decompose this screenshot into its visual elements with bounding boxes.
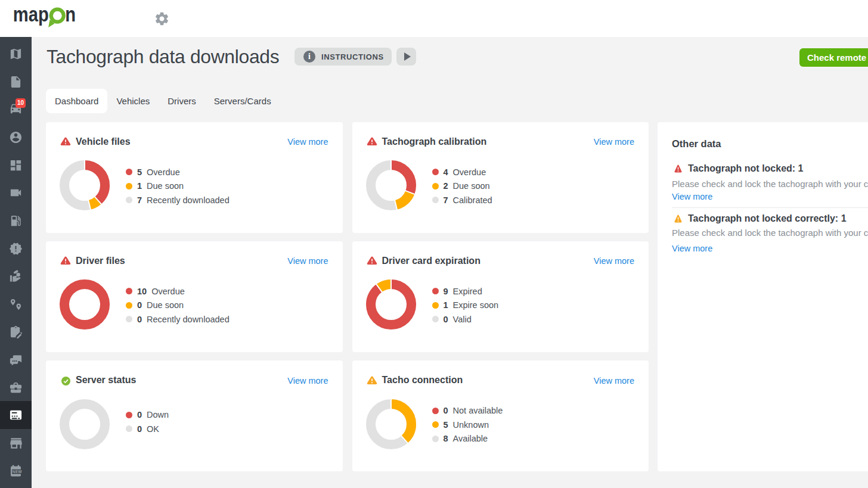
- svg-text:n: n: [65, 3, 76, 26]
- svg-text:NEW: NEW: [12, 470, 22, 474]
- svg-text:map: map: [13, 3, 49, 26]
